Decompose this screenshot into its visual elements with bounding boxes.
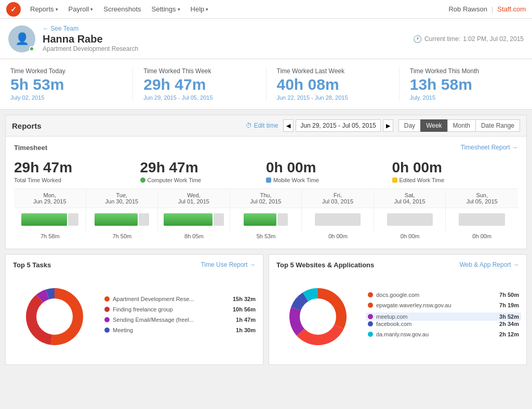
app-logo <box>6 2 21 17</box>
ts-mobile: 0h 00m Mobile Work Time <box>266 160 392 183</box>
day-column: Tue,Jun 30, 20157h 50m <box>86 189 158 242</box>
profile-info: ← See Team Hanna Rabe Apartment Developm… <box>43 25 138 52</box>
reports-section: Reports ⏱ Edit time ◀ Jun 29, 2015 - Jul… <box>5 115 527 365</box>
period-day-button[interactable]: Day <box>398 119 420 132</box>
nav-settings[interactable]: Settings ▾ <box>147 0 185 19</box>
period-daterange-button[interactable]: Date Range <box>475 119 520 132</box>
legend-dot-icon <box>368 332 373 337</box>
prev-period-button[interactable]: ◀ <box>283 119 294 132</box>
nav-screenshots[interactable]: Screenshots <box>98 0 146 19</box>
day-grid: Mon,Jun 29, 20157h 58mTue,Jun 30, 20157h… <box>14 188 518 242</box>
legend-dot-icon <box>368 314 373 319</box>
legend-dot-icon <box>368 292 373 297</box>
websites-donut-chart <box>276 275 360 358</box>
tasks-panel-title: Top 5 Tasks <box>13 261 51 269</box>
tasks-panel-header: Top 5 Tasks Time Use Report → <box>13 261 256 269</box>
payroll-arrow-icon: ▾ <box>90 7 93 12</box>
websites-panel-title: Top 5 Websites & Applications <box>276 261 374 269</box>
day-column: Fri,Jul 03, 20150h 00m <box>302 189 374 242</box>
legend-dot-icon <box>104 317 110 322</box>
empty-bar <box>139 213 149 226</box>
legend-dot-icon <box>104 328 110 333</box>
empty-bar <box>315 213 361 226</box>
legend-item: Finding freelance group10h 56m <box>104 306 256 312</box>
websites-legend: docs.google.com7h 50mepwgate.waverley.ns… <box>368 292 519 342</box>
edit-time-icon: ⏱ <box>246 122 252 129</box>
web-app-report-link[interactable]: Web & App Report → <box>459 261 519 268</box>
nav-reports[interactable]: Reports ▾ <box>25 0 63 19</box>
websites-panel-header: Top 5 Websites & Applications Web & App … <box>276 261 519 269</box>
reports-header: Reports ⏱ Edit time ◀ Jun 29, 2015 - Jul… <box>5 115 527 136</box>
staffcom-link[interactable]: Staff.com <box>497 5 526 13</box>
tasks-legend: Apartment Development Rese...15h 32mFind… <box>104 296 256 337</box>
work-bar <box>164 213 212 226</box>
time-use-report-link[interactable]: Time Use Report → <box>201 261 256 268</box>
current-time-display: 🕐 Current time: 1:02 PM, Jul 02, 2015 <box>413 35 524 43</box>
reports-arrow-icon: ▾ <box>56 7 58 12</box>
edited-dot-icon <box>392 178 397 183</box>
profile-dept: Apartment Development Research <box>43 45 138 52</box>
day-column: Sun,Jul 05, 20150h 00m <box>446 189 518 242</box>
profile-left: 👤 ← See Team Hanna Rabe Apartment Develo… <box>8 25 138 52</box>
timesheet-stats: 29h 47m Total Time Worked 29h 47m Comput… <box>14 160 518 183</box>
svg-point-3 <box>300 298 336 335</box>
nav-links: Reports ▾ Payroll ▾ Screenshots Settings… <box>25 0 448 19</box>
legend-item: Apartment Development Rese...15h 32m <box>104 296 256 302</box>
timesheet-report-link[interactable]: Timesheet Report → <box>461 144 518 151</box>
edit-time-button[interactable]: ⏱ Edit time <box>246 122 278 129</box>
legend-dot-icon <box>104 296 110 302</box>
avatar: 👤 <box>8 25 35 52</box>
empty-bar <box>277 213 288 226</box>
timesheet-card: Timesheet Timesheet Report → 29h 47m Tot… <box>5 136 527 249</box>
date-nav: ◀ Jun 29, 2015 - Jul 05, 2015 ▶ <box>283 119 393 132</box>
websites-chart-area: docs.google.com7h 50mepwgate.waverley.ns… <box>276 275 519 358</box>
period-week-button[interactable]: Week <box>420 119 447 132</box>
date-range-display: Jun 29, 2015 - Jul 05, 2015 <box>296 119 380 132</box>
ts-computer: 29h 47m Computer Work Time <box>140 160 267 183</box>
see-team-link[interactable]: ← See Team <box>43 25 138 32</box>
legend-item: docs.google.com7h 50m <box>368 292 519 298</box>
legend-item: Sending Email/Message (freel...1h 47m <box>104 317 256 323</box>
online-dot <box>29 46 34 51</box>
empty-bar <box>459 213 505 226</box>
ts-edited: 0h 00m Edited Work Time <box>392 160 518 183</box>
day-column: Mon,Jun 29, 20157h 58m <box>14 189 86 242</box>
stats-row: Time Worked Today 5h 53m July 02, 2015 T… <box>0 59 532 110</box>
next-period-button[interactable]: ▶ <box>383 119 393 132</box>
stat-last-week: Time Worked Last Week 40h 08m Jun 22, 20… <box>267 67 400 101</box>
nav-right: Rob Rawson | Staff.com <box>448 5 526 13</box>
legend-item: Meeting1h 30m <box>104 327 256 333</box>
profile-header: 👤 ← See Team Hanna Rabe Apartment Develo… <box>0 19 532 59</box>
nav-payroll[interactable]: Payroll ▾ <box>63 0 99 19</box>
bottom-panels: Top 5 Tasks Time Use Report → Apartment … <box>5 254 527 365</box>
legend-item: facebook.com2h 34m <box>368 321 519 327</box>
computer-dot-icon <box>140 178 145 183</box>
day-column: Wed,Jul 01, 20158h 05m <box>158 189 230 242</box>
legend-item: meetup.com3h 52m <box>366 312 521 321</box>
top-websites-panel: Top 5 Websites & Applications Web & App … <box>269 254 527 365</box>
username: Rob Rawson <box>448 5 487 13</box>
help-arrow-icon: ▾ <box>206 7 208 12</box>
legend-dot-icon <box>104 307 110 312</box>
empty-bar <box>387 213 433 226</box>
top-tasks-panel: Top 5 Tasks Time Use Report → Apartment … <box>5 254 263 365</box>
nav-help[interactable]: Help ▾ <box>185 0 214 19</box>
profile-name: Hanna Rabe <box>43 33 138 45</box>
empty-bar <box>68 213 78 226</box>
empty-bar <box>214 213 224 226</box>
day-column: Thu,Jul 02, 20155h 53m <box>230 189 302 242</box>
legend-dot-icon <box>368 321 373 326</box>
period-month-button[interactable]: Month <box>447 119 475 132</box>
mobile-dot-icon <box>266 178 271 183</box>
period-buttons: Day Week Month Date Range <box>398 119 520 132</box>
legend-item: da.manly.nsw.gov.au2h 12m <box>368 331 519 337</box>
clock-icon: 🕐 <box>413 35 422 43</box>
work-bar <box>21 213 67 226</box>
tasks-donut-chart <box>13 275 96 358</box>
settings-arrow-icon: ▾ <box>178 7 180 12</box>
legend-item: epwgate.waverley.nsw.gov.au7h 19m <box>368 302 519 308</box>
reports-title: Reports <box>12 121 241 130</box>
timesheet-top: Timesheet Timesheet Report → <box>14 144 518 155</box>
navbar: Reports ▾ Payroll ▾ Screenshots Settings… <box>0 0 532 19</box>
stat-this-month: Time Worked This Month 13h 58m July, 201… <box>400 67 532 101</box>
